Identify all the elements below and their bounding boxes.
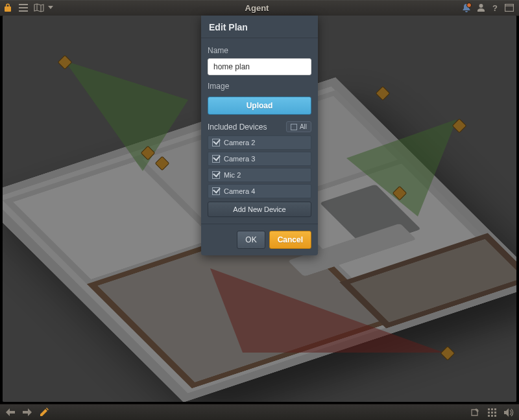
svg-rect-1: [505, 5, 514, 12]
device-label: Camera 2: [224, 139, 255, 146]
select-all-button[interactable]: All: [286, 121, 311, 132]
edit-plan-dialog: Edit Plan Name Image Upload Included Dev…: [201, 16, 318, 255]
lock-icon[interactable]: [0, 0, 16, 16]
notifications-icon[interactable]: [459, 0, 474, 16]
volume-icon[interactable]: [502, 406, 515, 419]
device-row[interactable]: Camera 2: [208, 135, 311, 150]
image-label: Image: [208, 82, 311, 91]
grid-icon[interactable]: [485, 406, 498, 419]
device-row[interactable]: Mic 2: [208, 168, 311, 182]
checkbox-icon: [291, 124, 297, 130]
dialog-title: Edit Plan: [201, 16, 318, 38]
top-bar: Agent ?: [0, 0, 519, 16]
window-icon[interactable]: [502, 0, 516, 16]
add-device-button[interactable]: Add New Device: [208, 202, 311, 217]
plan-name-input[interactable]: [208, 58, 311, 75]
user-icon[interactable]: [474, 0, 488, 16]
device-label: Camera 4: [224, 187, 255, 195]
checkbox-checked-icon: [212, 139, 220, 146]
notification-badge: [466, 3, 472, 8]
compose-icon[interactable]: [468, 406, 481, 419]
device-list: Camera 2 Camera 3 Mic 2 Camera 4: [208, 135, 311, 198]
app-window: Agent ?: [0, 0, 519, 420]
checkbox-checked-icon: [212, 171, 220, 179]
checkbox-checked-icon: [212, 155, 220, 163]
topbar-right-group: ?: [459, 0, 519, 16]
svg-text:?: ?: [492, 3, 498, 12]
topbar-left-group: [0, 0, 54, 16]
device-label: Camera 3: [224, 155, 255, 163]
app-title: Agent: [54, 3, 459, 13]
map-icon[interactable]: [31, 0, 47, 16]
help-icon[interactable]: ?: [488, 0, 502, 16]
device-row[interactable]: Camera 3: [208, 152, 311, 166]
included-devices-label: Included Devices: [208, 122, 267, 132]
checkbox-checked-icon: [212, 187, 220, 195]
device-label: Mic 2: [224, 171, 241, 179]
forward-button[interactable]: [21, 406, 34, 419]
name-label: Name: [208, 46, 311, 55]
bottombar-right-group: [468, 406, 515, 419]
cancel-button[interactable]: Cancel: [269, 231, 311, 249]
ok-button[interactable]: OK: [237, 231, 265, 249]
list-icon[interactable]: [16, 0, 31, 16]
upload-button[interactable]: Upload: [208, 97, 311, 115]
edit-button[interactable]: [38, 406, 51, 419]
device-row[interactable]: Camera 4: [208, 184, 311, 198]
select-all-label: All: [300, 123, 307, 130]
bottom-bar: [0, 404, 519, 420]
back-button[interactable]: [4, 406, 17, 419]
bottombar-left-group: [4, 406, 51, 419]
chevron-down-icon[interactable]: [47, 0, 54, 16]
